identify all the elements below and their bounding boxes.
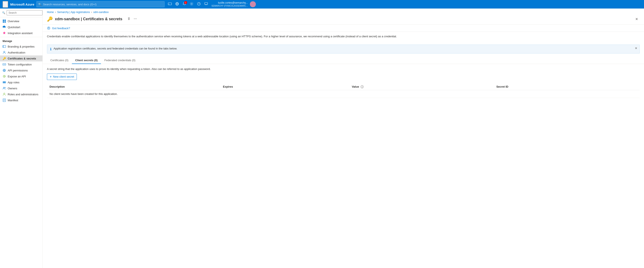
svg-rect-16 bbox=[3, 45, 4, 47]
new-client-secret-button[interactable]: + New client secret bbox=[47, 73, 77, 80]
sidebar-item-label: Integration assistant bbox=[8, 31, 32, 35]
secrets-table: Description Expires Value i Secret ID No… bbox=[47, 83, 640, 98]
api-icon bbox=[2, 69, 6, 72]
sidebar-item-label: Roles and administrators bbox=[8, 93, 38, 96]
cloud-icon bbox=[2, 25, 6, 29]
hamburger-menu-button[interactable]: ☰ bbox=[2, 1, 8, 8]
svg-rect-11 bbox=[3, 20, 4, 21]
search-icon: 🔍 bbox=[38, 3, 42, 6]
feedback-button[interactable] bbox=[203, 1, 209, 8]
notifications-button[interactable]: 1 bbox=[181, 1, 188, 8]
sidebar-item-owners[interactable]: Owners bbox=[0, 85, 42, 91]
breadcrumb-app-registrations[interactable]: Semarchy | App registrations bbox=[57, 11, 90, 14]
azure-brand: Microsoft Azure bbox=[10, 2, 34, 6]
breadcrumb-xdm-sandbox[interactable]: xdm-sandbox bbox=[93, 11, 108, 14]
secrets-description: A secret string that the application use… bbox=[47, 67, 640, 71]
svg-rect-13 bbox=[3, 21, 4, 22]
svg-point-35 bbox=[135, 18, 136, 19]
svg-point-10 bbox=[252, 2, 254, 5]
directory-button[interactable] bbox=[174, 1, 180, 8]
sidebar-item-branding[interactable]: Branding & properties bbox=[0, 43, 42, 49]
sidebar-item-integration[interactable]: Integration assistant bbox=[0, 30, 42, 36]
sidebar-item-roles-admin[interactable]: Roles and administrators bbox=[0, 91, 42, 97]
col-description: Description bbox=[47, 83, 220, 90]
notification-badge: 1 bbox=[184, 1, 187, 4]
sidebar-item-api-permissions[interactable]: API permissions bbox=[0, 67, 42, 73]
approles-icon bbox=[2, 81, 6, 84]
breadcrumb-sep-1: › bbox=[55, 11, 56, 14]
feedback-icon bbox=[47, 26, 50, 30]
sidebar-search-icon: 🔍 bbox=[2, 11, 5, 14]
sidebar-item-label: Authentication bbox=[8, 51, 25, 54]
sidebar-item-token[interactable]: Token configuration bbox=[0, 61, 42, 67]
feedback-label: Got feedback? bbox=[52, 27, 70, 30]
manage-section-label: Manage bbox=[0, 38, 42, 43]
content-pane: Home › Semarchy | App registrations › xd… bbox=[43, 8, 644, 268]
breadcrumb: Home › Semarchy | App registrations › xd… bbox=[43, 8, 644, 14]
svg-text:>_: >_ bbox=[168, 3, 170, 5]
sidebar-item-label: Manifest bbox=[8, 99, 18, 102]
svg-point-36 bbox=[136, 18, 136, 19]
feedback-bar[interactable]: Got feedback? bbox=[43, 25, 644, 32]
col-secret-id: Secret ID bbox=[494, 83, 640, 90]
sidebar-item-label: Owners bbox=[8, 87, 17, 90]
close-button[interactable]: ✕ bbox=[634, 16, 640, 22]
tab-certificates[interactable]: Certificates (0) bbox=[47, 57, 72, 64]
empty-row: No client secrets have been created for … bbox=[47, 90, 640, 98]
global-search-input[interactable] bbox=[36, 1, 164, 7]
topnav-icon-group: >_ 1 ? bbox=[167, 1, 209, 8]
settings-button[interactable] bbox=[188, 1, 195, 8]
page-header-actions bbox=[126, 17, 138, 21]
info-box-text: Application registration certificates, s… bbox=[54, 47, 177, 50]
col-value: Value i bbox=[349, 83, 494, 90]
sidebar-item-quickstart[interactable]: Quickstart bbox=[0, 24, 42, 30]
avatar[interactable]: < circle cx="14" cy="26" r="9" fill="#c8… bbox=[250, 1, 256, 7]
sidebar-item-label: Branding & properties bbox=[8, 45, 34, 48]
page-header: 🔑 xdm-sandbox | Certificates & secrets ✕ bbox=[43, 14, 644, 25]
value-info-icon[interactable]: i bbox=[360, 85, 364, 88]
sidebar-search-input[interactable] bbox=[6, 10, 42, 15]
tab-client-secrets[interactable]: Client secrets (0) bbox=[72, 57, 101, 64]
cert-icon: 🔑 bbox=[2, 57, 6, 60]
sidebar-item-label: API permissions bbox=[8, 69, 28, 72]
sidebar-item-expose-api[interactable]: Expose an API bbox=[0, 73, 42, 79]
breadcrumb-home[interactable]: Home bbox=[47, 11, 54, 14]
grid-icon bbox=[2, 19, 6, 23]
description-text: Credentials enable confidential applicat… bbox=[43, 32, 644, 41]
svg-rect-9 bbox=[205, 2, 208, 4]
sidebar-item-label: Token configuration bbox=[8, 63, 32, 66]
top-navigation: ☰ Microsoft Azure 🔍 >_ 1 ? bbox=[0, 0, 644, 8]
sidebar-item-label: Certificates & secrets bbox=[8, 57, 36, 60]
col-expires: Expires bbox=[220, 83, 349, 90]
svg-point-17 bbox=[4, 51, 5, 52]
svg-text:?: ? bbox=[198, 3, 200, 5]
sidebar: 🔍 « Overview Quickstart bbox=[0, 8, 43, 268]
pin-button[interactable] bbox=[126, 17, 131, 21]
global-search-wrap: 🔍 bbox=[36, 1, 164, 7]
sidebar-item-overview[interactable]: Overview bbox=[0, 18, 42, 24]
sidebar-item-label: Quickstart bbox=[8, 25, 20, 29]
auth-icon bbox=[2, 51, 6, 54]
no-secrets-message: No client secrets have been created for … bbox=[47, 90, 640, 98]
sidebar-item-label: App roles bbox=[8, 81, 20, 84]
cloud-shell-button[interactable]: >_ bbox=[167, 1, 173, 8]
sidebar-item-manifest[interactable]: Manifest bbox=[0, 97, 42, 103]
tab-federated-credentials[interactable]: Federated credentials (0) bbox=[101, 57, 139, 64]
sidebar-item-certificates[interactable]: 🔑 Certificates & secrets bbox=[0, 55, 42, 61]
info-box-close-button[interactable]: ✕ bbox=[635, 46, 638, 50]
new-secret-label: New client secret bbox=[53, 75, 74, 78]
svg-rect-24 bbox=[3, 82, 6, 82]
sidebar-item-app-roles[interactable]: App roles bbox=[0, 79, 42, 85]
more-options-button[interactable] bbox=[133, 17, 138, 21]
token-icon bbox=[2, 63, 6, 66]
svg-rect-23 bbox=[3, 81, 6, 82]
sidebar-item-label: Expose an API bbox=[8, 75, 26, 78]
sidebar-item-authentication[interactable]: Authentication bbox=[0, 49, 42, 55]
help-button[interactable]: ? bbox=[196, 1, 202, 8]
page-header-icon: 🔑 bbox=[47, 16, 53, 22]
user-info[interactable]: lucille.cortes@semarchy... SEMARCHY (FXN… bbox=[212, 1, 248, 7]
svg-rect-14 bbox=[4, 21, 6, 22]
rocket-icon bbox=[2, 31, 6, 35]
info-box: ℹ Application registration certificates,… bbox=[47, 44, 640, 53]
roles-icon bbox=[2, 92, 6, 96]
